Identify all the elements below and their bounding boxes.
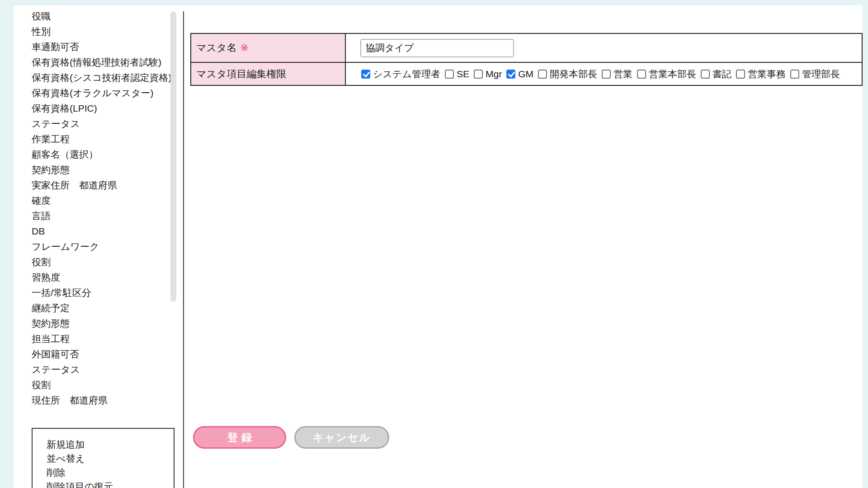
permission-label: Mgr (486, 69, 502, 80)
menu-item-add-new[interactable]: 新規追加 (47, 437, 174, 451)
sidebar-item-yakuwari-1[interactable]: 役割 (32, 254, 173, 270)
permission-label: 書記 (712, 68, 731, 80)
sidebar-item-gaikokuseki[interactable]: 外国籍可否 (32, 347, 173, 362)
permission-item-sales-hq-head[interactable]: 営業本部長 (637, 68, 696, 80)
checkbox-unchecked-icon[interactable] (637, 70, 646, 79)
sidebar-item-keiyaku-keitai-2[interactable]: 契約形態 (32, 316, 173, 331)
sidebar-item-cert-lpic[interactable]: 保有資格(LPIC) (32, 101, 173, 116)
checkbox-unchecked-icon[interactable] (538, 70, 547, 79)
permission-item-sales[interactable]: 営業 (602, 68, 632, 80)
master-list: 役職 性別 車通勤可否 保有資格(情報処理技術者試験) 保有資格(シスコ技術者認… (32, 9, 173, 408)
sidebar-item-status-2[interactable]: ステータス (32, 362, 173, 377)
permission-label: 管理部長 (802, 68, 840, 80)
permission-checkbox-group: システム管理者 SE Mgr GM 開発本部長 営業 営業本部長 書記 営業事務… (346, 68, 862, 80)
sidebar-item-jikka-juusho[interactable]: 実家住所 都道府県 (32, 178, 173, 193)
sidebar-menu-box: 新規追加 並べ替え 削除 削除項目の復元 (32, 428, 175, 488)
sidebar-item-framework[interactable]: フレームワーク (32, 239, 173, 254)
master-name-row: マスタ名※ (191, 33, 862, 62)
sidebar-item-gengo[interactable]: 言語 (32, 208, 173, 224)
edit-permission-value-cell: システム管理者 SE Mgr GM 開発本部長 営業 営業本部長 書記 営業事務… (345, 62, 862, 85)
sidebar-item-cert-cisco[interactable]: 保有資格(シスコ技術者認定資格) (32, 70, 173, 85)
permission-label: 営業事務 (748, 68, 786, 80)
master-name-label: マスタ名 (196, 42, 237, 53)
sidebar-item-kakudo[interactable]: 確度 (32, 193, 173, 208)
sidebar-divider (183, 11, 184, 488)
sidebar-item-cert-oracle[interactable]: 保有資格(オラクルマスター) (32, 85, 173, 101)
sidebar-item-car-commute[interactable]: 車通勤可否 (32, 39, 173, 55)
checkbox-unchecked-icon[interactable] (602, 70, 611, 79)
master-name-label-cell: マスタ名※ (191, 33, 345, 62)
sidebar-scrollbar-thumb[interactable] (170, 11, 176, 302)
sidebar-item-keiyaku-keitai-1[interactable]: 契約形態 (32, 162, 173, 178)
master-name-value-cell (345, 33, 862, 62)
sidebar-item-genjuusho[interactable]: 現住所 都道府県 (32, 393, 173, 408)
register-button[interactable]: 登録 (193, 426, 286, 449)
permission-item-gm[interactable]: GM (506, 69, 533, 80)
permission-label: SE (457, 69, 469, 80)
checkbox-unchecked-icon[interactable] (445, 70, 454, 79)
permission-item-se[interactable]: SE (445, 69, 469, 80)
sidebar-item-keizoku-yotei[interactable]: 継続予定 (32, 300, 173, 316)
cancel-button[interactable]: キャンセル (294, 426, 389, 449)
checkbox-unchecked-icon[interactable] (736, 70, 745, 79)
checkbox-checked-icon[interactable] (506, 70, 515, 79)
master-edit-form: マスタ名※ マスタ項目編集権限 システム管理者 SE Mgr GM 開発本部長 … (190, 33, 863, 86)
edit-permission-label: マスタ項目編集権限 (196, 68, 287, 80)
sidebar-item-cert-it[interactable]: 保有資格(情報処理技術者試験) (32, 55, 173, 70)
permission-label: 営業本部長 (649, 68, 696, 80)
sidebar-item-yakushoku[interactable]: 役職 (32, 9, 173, 24)
permission-item-sales-office[interactable]: 営業事務 (736, 68, 786, 80)
permission-label: GM (518, 69, 533, 80)
app-screen: 役職 性別 車通勤可否 保有資格(情報処理技術者試験) 保有資格(シスコ技術者認… (0, 0, 868, 488)
permission-item-system-admin[interactable]: システム管理者 (361, 68, 440, 80)
checkbox-unchecked-icon[interactable] (790, 70, 799, 79)
sidebar-item-yakuwari-2[interactable]: 役割 (32, 377, 173, 393)
sidebar-item-shuujukudo[interactable]: 習熟度 (32, 270, 173, 285)
checkbox-unchecked-icon[interactable] (474, 70, 483, 79)
menu-item-reorder[interactable]: 並べ替え (47, 451, 174, 465)
sidebar-item-db[interactable]: DB (32, 224, 173, 239)
master-name-input[interactable] (360, 39, 514, 57)
sidebar-item-kokyakumei[interactable]: 顧客名（選択） (32, 147, 173, 162)
permission-item-mgr[interactable]: Mgr (474, 69, 502, 80)
sidebar-item-tantou-koutei[interactable]: 担当工程 (32, 331, 173, 347)
permission-label: 営業 (613, 68, 632, 80)
permission-label: 開発本部長 (550, 68, 597, 80)
permission-item-dev-hq-head[interactable]: 開発本部長 (538, 68, 597, 80)
menu-item-delete[interactable]: 削除 (47, 465, 174, 479)
checkbox-checked-icon[interactable] (361, 70, 370, 79)
edit-permission-row: マスタ項目編集権限 システム管理者 SE Mgr GM 開発本部長 営業 営業本… (191, 62, 862, 85)
menu-item-restore-deleted[interactable]: 削除項目の復元 (47, 479, 174, 488)
permission-label: システム管理者 (373, 68, 440, 80)
sidebar-item-seibetsu[interactable]: 性別 (32, 24, 173, 39)
permission-item-admin-dept-head[interactable]: 管理部長 (790, 68, 840, 80)
permission-item-clerk[interactable]: 書記 (701, 68, 731, 80)
sidebar-item-sagyou-koutei[interactable]: 作業工程 (32, 131, 173, 147)
sidebar-item-status-1[interactable]: ステータス (32, 116, 173, 131)
edit-permission-label-cell: マスタ項目編集権限 (191, 62, 345, 85)
checkbox-unchecked-icon[interactable] (701, 70, 710, 79)
required-mark: ※ (241, 42, 249, 53)
sidebar-item-ikkatsu-jouchuu[interactable]: 一括/常駐区分 (32, 285, 173, 300)
